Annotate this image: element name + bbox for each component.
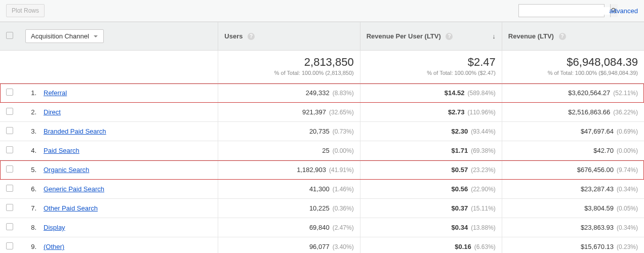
- row-checkbox[interactable]: [6, 204, 13, 211]
- row-rank: 5.: [25, 166, 36, 174]
- rpu-cell: $14.52(589.84%): [360, 83, 502, 103]
- channel-link[interactable]: Organic Search: [44, 166, 89, 174]
- metric-header-users[interactable]: Users ?: [218, 22, 360, 51]
- users-cell: 1,182,903(41.91%): [218, 160, 360, 180]
- table-row: 1.Referral249,332(8.83%)$14.52(589.84%)$…: [0, 83, 644, 103]
- plot-rows-button[interactable]: Plot Rows: [6, 4, 45, 17]
- revenue-cell: $23,287.43(0.34%): [502, 180, 644, 199]
- rpu-cell: $0.56(22.90%): [360, 180, 502, 199]
- row-rank: 1.: [25, 89, 36, 97]
- users-cell: 921,397(32.65%): [218, 103, 360, 122]
- row-checkbox[interactable]: [6, 146, 13, 153]
- metric-header-rpu[interactable]: Revenue Per User (LTV) ? ↓: [360, 22, 502, 51]
- table-row: 9.(Other)96,077(3.40%)$0.16(6.63%)$15,67…: [0, 237, 644, 254]
- channel-link[interactable]: Generic Paid Search: [44, 185, 104, 193]
- row-rank: 6.: [25, 185, 36, 193]
- users-cell: 41,300(1.46%): [218, 180, 360, 199]
- channel-link[interactable]: Referral: [44, 89, 67, 97]
- row-checkbox[interactable]: [6, 108, 13, 115]
- table-row: 5.Organic Search1,182,903(41.91%)$0.57(2…: [0, 160, 644, 180]
- dimension-cell: 4.Paid Search: [19, 141, 218, 160]
- users-cell: 69,840(2.47%): [218, 218, 360, 237]
- search-input[interactable]: [519, 7, 610, 15]
- rpu-cell: $1.71(69.38%): [360, 141, 502, 160]
- rpu-cell: $2.30(93.44%): [360, 122, 502, 141]
- dimension-cell: 2.Direct: [19, 103, 218, 122]
- revenue-cell: $3,804.59(0.05%): [502, 199, 644, 218]
- row-checkbox[interactable]: [6, 185, 13, 192]
- metric-header-revenue[interactable]: Revenue (LTV) ?: [502, 22, 644, 51]
- dimension-header-cell: Acquisition Channel: [19, 22, 218, 51]
- dimension-cell: 5.Organic Search: [19, 160, 218, 180]
- rpu-cell: $0.37(15.11%): [360, 199, 502, 218]
- revenue-cell: $3,620,564.27(52.11%): [502, 83, 644, 103]
- dimension-cell: 8.Display: [19, 218, 218, 237]
- revenue-cell: $676,456.00(9.74%): [502, 160, 644, 180]
- total-users: 2,813,850 % of Total: 100.00% (2,813,850…: [218, 51, 360, 83]
- users-cell: 20,735(0.73%): [218, 122, 360, 141]
- dimension-cell: 9.(Other): [19, 237, 218, 254]
- revenue-cell: $15,670.13(0.23%): [502, 237, 644, 254]
- dimension-cell: 3.Branded Paid Search: [19, 122, 218, 141]
- search-box: [518, 4, 605, 17]
- select-all-cell: [0, 22, 19, 51]
- rpu-cell: $0.34(13.88%): [360, 218, 502, 237]
- rpu-cell: $2.73(110.96%): [360, 103, 502, 122]
- revenue-cell: $23,863.93(0.34%): [502, 218, 644, 237]
- channel-link[interactable]: (Other): [44, 243, 64, 250]
- help-icon[interactable]: ?: [248, 33, 255, 40]
- revenue-cell: $2,516,863.66(36.22%): [502, 103, 644, 122]
- row-checkbox[interactable]: [6, 165, 13, 173]
- channel-link[interactable]: Direct: [44, 108, 61, 116]
- users-cell: 25(0.00%): [218, 141, 360, 160]
- advanced-link[interactable]: advanced: [610, 7, 638, 15]
- help-icon[interactable]: ?: [559, 33, 566, 40]
- row-checkbox[interactable]: [6, 127, 13, 134]
- help-icon[interactable]: ?: [446, 33, 453, 40]
- channel-link[interactable]: Display: [44, 224, 65, 231]
- table-row: 8.Display69,840(2.47%)$0.34(13.88%)$23,8…: [0, 218, 644, 237]
- table-row: 2.Direct921,397(32.65%)$2.73(110.96%)$2,…: [0, 103, 644, 122]
- rpu-cell: $0.16(6.63%): [360, 237, 502, 254]
- row-rank: 4.: [25, 147, 36, 154]
- total-revenue: $6,948,084.39 % of Total: 100.00% ($6,94…: [502, 51, 644, 83]
- dimension-cell: 7.Other Paid Search: [19, 199, 218, 218]
- total-rpu: $2.47 % of Total: 100.00% ($2.47): [360, 51, 502, 83]
- dimension-cell: 6.Generic Paid Search: [19, 180, 218, 199]
- report-table: Acquisition Channel Users ? Revenue Per …: [0, 22, 644, 253]
- revenue-cell: $47,697.64(0.69%): [502, 122, 644, 141]
- row-checkbox[interactable]: [6, 89, 13, 96]
- row-rank: 3.: [25, 128, 36, 135]
- sort-down-icon: ↓: [492, 32, 496, 40]
- table-header-row: Acquisition Channel Users ? Revenue Per …: [0, 22, 644, 51]
- totals-row: 2,813,850 % of Total: 100.00% (2,813,850…: [0, 51, 644, 83]
- dimension-label: Acquisition Channel: [31, 32, 89, 40]
- row-rank: 9.: [25, 243, 36, 250]
- rpu-cell: $0.57(23.23%): [360, 160, 502, 180]
- row-rank: 8.: [25, 224, 36, 231]
- caret-down-icon: [93, 34, 98, 39]
- users-cell: 10,225(0.36%): [218, 199, 360, 218]
- channel-link[interactable]: Paid Search: [44, 147, 79, 154]
- row-checkbox[interactable]: [6, 223, 13, 230]
- select-all-checkbox[interactable]: [6, 32, 13, 39]
- row-checkbox[interactable]: [6, 242, 13, 249]
- table-row: 6.Generic Paid Search41,300(1.46%)$0.56(…: [0, 180, 644, 199]
- table-row: 7.Other Paid Search10,225(0.36%)$0.37(15…: [0, 199, 644, 218]
- dimension-cell: 1.Referral: [19, 83, 218, 103]
- table-row: 4.Paid Search25(0.00%)$1.71(69.38%)$42.7…: [0, 141, 644, 160]
- channel-link[interactable]: Other Paid Search: [44, 204, 98, 212]
- users-cell: 249,332(8.83%): [218, 83, 360, 103]
- channel-link[interactable]: Branded Paid Search: [44, 128, 106, 135]
- dimension-picker[interactable]: Acquisition Channel: [25, 29, 104, 43]
- row-rank: 7.: [25, 204, 36, 212]
- table-row: 3.Branded Paid Search20,735(0.73%)$2.30(…: [0, 122, 644, 141]
- users-cell: 96,077(3.40%): [218, 237, 360, 254]
- revenue-cell: $42.70(0.00%): [502, 141, 644, 160]
- row-rank: 2.: [25, 108, 36, 116]
- toolbar: Plot Rows advanced: [0, 0, 644, 22]
